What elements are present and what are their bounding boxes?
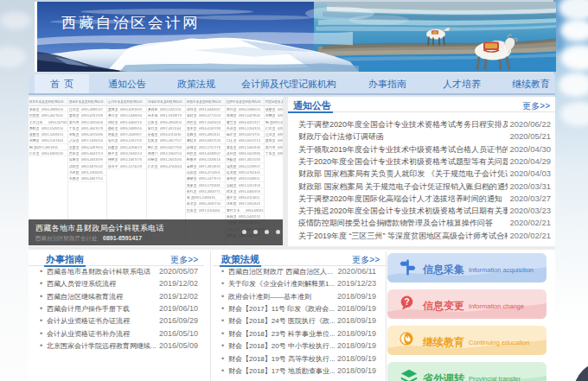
- svg-text:西藏自治区会计网: 西藏自治区会计网: [61, 14, 200, 31]
- svg-text:?: ?: [404, 297, 409, 307]
